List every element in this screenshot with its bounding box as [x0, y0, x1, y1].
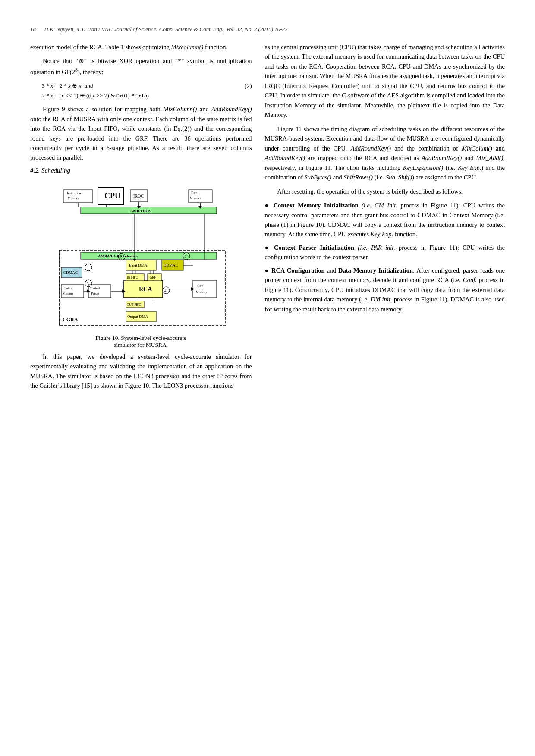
svg-text:IN FIFO: IN FIFO [127, 276, 138, 279]
svg-text:Context: Context [63, 286, 73, 290]
figure-10-container: CGRA AMBA/CGRA Interface AMBA BUS Instru… [30, 181, 252, 348]
para-cpu: as the central processing unit (CPU) tha… [265, 42, 505, 120]
svg-text:Memory: Memory [63, 292, 74, 295]
svg-rect-34 [193, 280, 217, 298]
svg-text:RCA: RCA [139, 286, 152, 292]
svg-text:Data: Data [197, 284, 204, 288]
para-in-this-paper: In this paper, we developed a system-lev… [30, 352, 252, 391]
right-column: as the central processing unit (CPU) tha… [265, 42, 505, 395]
bullet2-label: Context Parser Initialization [274, 244, 354, 251]
para-after-resetting: After resetting, the operation of the sy… [265, 187, 505, 196]
svg-text:⇓⇓: ⇓⇓ [130, 270, 137, 275]
para-figure9: Figure 9 shows a solution for mapping bo… [30, 104, 252, 163]
svg-text:3: 3 [87, 282, 89, 286]
svg-text:3: 3 [185, 254, 187, 259]
figure-10-diagram: CGRA AMBA/CGRA Interface AMBA BUS Instru… [55, 181, 227, 332]
figure-10-caption: Figure 10. System-level cycle-accurate s… [30, 335, 252, 348]
svg-text:Output DMA: Output DMA [127, 314, 148, 319]
page-number: 18 [30, 26, 36, 32]
svg-text:CDMAC: CDMAC [63, 270, 78, 275]
left-column: execution model of the RCA. Table 1 show… [30, 42, 252, 395]
svg-text:⇓⇓: ⇓⇓ [148, 270, 155, 275]
svg-text:Memory: Memory [190, 196, 201, 200]
section-heading-scheduling: 4.2. Scheduling [30, 167, 252, 174]
superscript-8: 8 [75, 67, 78, 73]
svg-text:GRF: GRF [150, 276, 156, 279]
svg-text:Input DMA: Input DMA [129, 263, 148, 267]
para-notice: Notice that “⊕” is bitwise XOR operation… [30, 56, 252, 77]
svg-text:CPU: CPU [104, 191, 120, 200]
svg-text:AMBA BUS: AMBA BUS [130, 209, 151, 213]
bullet3-label2: Data Memory Initialization [338, 267, 413, 274]
bullet1-label: Context Memory Initialization [274, 202, 359, 209]
svg-text:Context: Context [90, 286, 101, 290]
eq-line2: 2 * x = (x << 1) ⊕ (((x >> 7) & 0x01) * … [42, 91, 149, 101]
svg-text:Memory: Memory [68, 196, 79, 200]
bullet-context-memory: ● Context Memory Initialization (i.e. CM… [265, 201, 505, 239]
equation-number: (2) [245, 81, 252, 91]
svg-text:IRQC: IRQC [133, 194, 144, 198]
bullet-rca-config: ● RCA Configuration and Data Memory Init… [265, 266, 505, 314]
svg-text:Parser: Parser [91, 292, 99, 295]
equation-block: 3 * x = 2 * x ⊕ x and 2 * x = (x << 1) ⊕… [42, 81, 252, 101]
para-fig11: Figure 11 shows the timing diagram of sc… [265, 124, 505, 182]
svg-text:2: 2 [120, 255, 122, 259]
equation-lines: 3 * x = 2 * x ⊕ x and 2 * x = (x << 1) ⊕… [42, 81, 149, 101]
eq-line1: 3 * x = 2 * x ⊕ x and [42, 81, 149, 91]
svg-text:Memory: Memory [196, 290, 207, 294]
journal-info: H.K. Nguyen, X.T. Tran / VNU Journal of … [44, 26, 288, 32]
bullet-context-parser: ● Context Parser Initialization (i.e. PA… [265, 243, 505, 262]
equation-row: 3 * x = 2 * x ⊕ x and 2 * x = (x << 1) ⊕… [42, 81, 252, 101]
para-execution: execution model of the RCA. Table 1 show… [30, 42, 252, 52]
svg-text:DDMAC: DDMAC [164, 263, 178, 267]
page-header: 18 H.K. Nguyen, X.T. Tran / VNU Journal … [30, 26, 505, 33]
svg-text:Data: Data [191, 191, 198, 195]
svg-text:Instruction: Instruction [67, 191, 81, 195]
svg-text:1: 1 [87, 266, 89, 270]
svg-text:CGRA: CGRA [63, 317, 78, 323]
bullet3-label: RCA Configuration [271, 267, 325, 274]
svg-text:OUT FIFO: OUT FIFO [127, 303, 142, 307]
